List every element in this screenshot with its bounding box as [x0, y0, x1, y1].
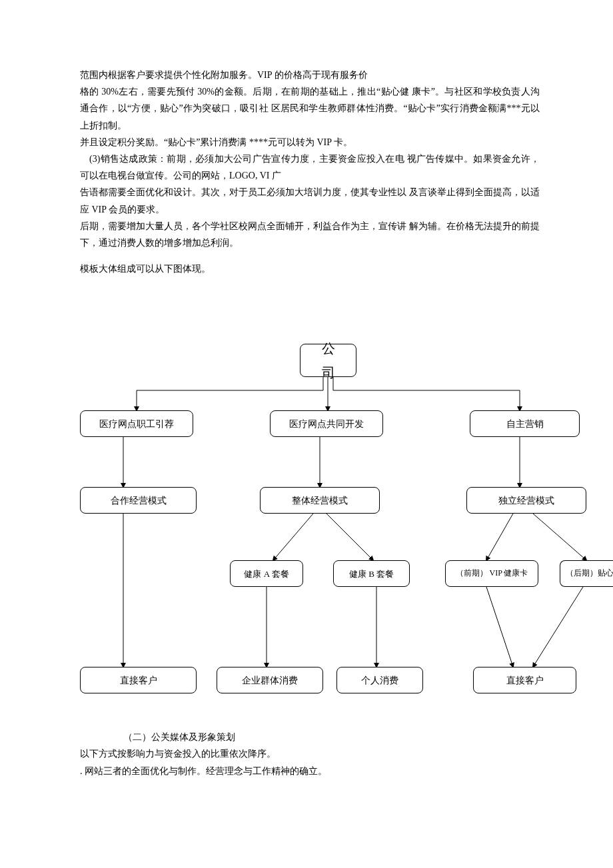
- org-diagram: 公司 医疗网点职工引荐 医疗网点共同开发 自主营销 合作经营模式 整体经营模式 …: [80, 344, 540, 723]
- node-model-cooperative: 合作经营模式: [80, 487, 197, 514]
- paragraph: 告语都需要全面优化和设计。其次，对于员工必须加大培训力度，使其专业性以 及言谈举…: [80, 184, 540, 217]
- node-leaf-direct-customer-1: 直接客户: [80, 667, 197, 693]
- paragraph: . 网站三者的全面优化与制作。经营理念与工作精神的确立。: [80, 763, 540, 779]
- paragraph: 范围内根据客户要求提供个性化附加服务。VIP 的价格高于现有服务价: [80, 67, 540, 83]
- node-leaf-individual: 个人消费: [336, 667, 423, 693]
- node-leaf-enterprise-group: 企业群体消费: [217, 667, 323, 693]
- paragraph: (3)销售达成政策：前期，必须加大公司广告宣传力度，主要资金应投入在电 视广告传…: [80, 151, 540, 184]
- node-channel-joint-dev: 医疗网点共同开发: [270, 410, 383, 437]
- node-model-independent: 独立经营模式: [466, 487, 586, 514]
- node-model-integrated: 整体经营模式: [260, 487, 380, 514]
- paragraph: 后期，需要增加大量人员，各个学社区校网点全面铺开，利益合作为主，宣传讲 解为辅。…: [80, 218, 540, 251]
- paragraph: 模板大体组成可以从下图体现。: [80, 260, 540, 277]
- node-leaf-direct-customer-2: 直接客户: [473, 667, 576, 693]
- node-product-package-a: 健康 A 套餐: [230, 560, 303, 587]
- paragraph: 并且设定积分奖励。“贴心卡”累计消费满 ****元可以转为 VIP 卡。: [80, 134, 540, 151]
- section-heading: （二）公关媒体及形象策划: [80, 729, 540, 745]
- paragraph: 格的 30%左右，需要先预付 30%的金额。后期，在前期的基础上，推出“贴心健 …: [80, 83, 540, 134]
- node-product-care-card: （后期）贴心卡: [560, 560, 613, 587]
- node-product-package-b: 健康 B 套餐: [333, 560, 410, 587]
- paragraph: 以下方式按影响力与资金投入的比重依次降序。: [80, 745, 540, 762]
- node-channel-referral: 医疗网点职工引荐: [80, 410, 193, 437]
- node-product-vip-card: （前期） VIP 健康卡: [445, 560, 538, 587]
- node-channel-self-marketing: 自主营销: [470, 410, 580, 437]
- node-root: 公司: [300, 344, 356, 377]
